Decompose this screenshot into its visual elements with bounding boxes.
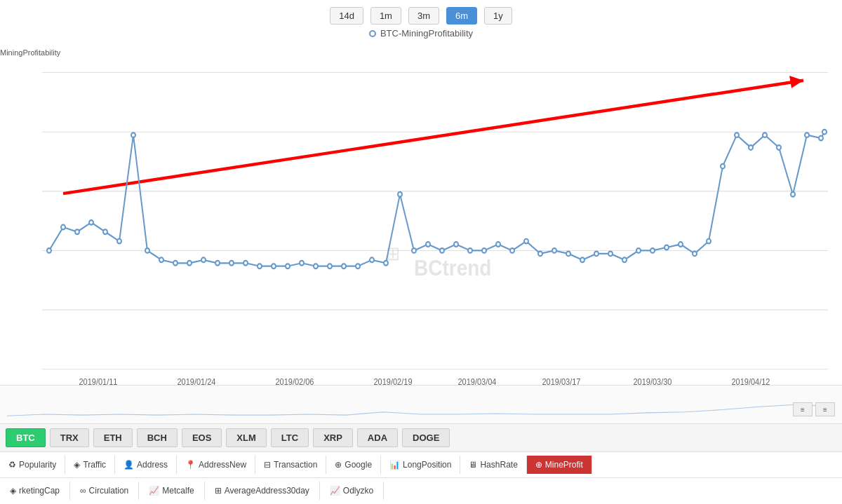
svg-point-25 <box>89 220 93 225</box>
coin-tab-btc[interactable]: BTC <box>6 428 46 447</box>
svg-point-31 <box>173 261 178 266</box>
time-btn-1y[interactable]: 1y <box>484 7 512 25</box>
coin-tab-bch[interactable]: BCH <box>137 428 178 447</box>
bottom-tab-odlyzko[interactable]: 📈 Odlyzko <box>320 482 384 500</box>
svg-point-53 <box>482 248 486 253</box>
time-btn-1m[interactable]: 1m <box>370 7 401 25</box>
svg-text:⊞: ⊞ <box>386 243 400 264</box>
marketingcap-icon: ◈ <box>10 486 16 496</box>
svg-point-42 <box>328 264 332 268</box>
svg-text:2019/03/30: 2019/03/30 <box>634 376 672 385</box>
odlyzko-label: Odlyzko <box>343 486 373 496</box>
svg-point-27 <box>117 239 121 244</box>
svg-point-74 <box>777 145 781 150</box>
svg-point-55 <box>510 248 514 253</box>
time-btn-14d[interactable]: 14d <box>330 7 363 25</box>
svg-point-51 <box>454 242 458 247</box>
svg-point-77 <box>819 136 823 141</box>
svg-text:2019/03/17: 2019/03/17 <box>542 376 581 385</box>
svg-text:2019/04/12: 2019/04/12 <box>732 376 770 385</box>
svg-point-43 <box>342 264 346 268</box>
svg-point-61 <box>594 252 599 257</box>
svg-point-66 <box>664 245 669 250</box>
svg-point-30 <box>159 257 163 262</box>
mineprofit-icon: ⊕ <box>535 460 542 470</box>
coin-tab-eos[interactable]: EOS <box>182 428 222 447</box>
bottom-tab-marketingcap[interactable]: ◈ rketingCap <box>0 482 70 500</box>
coin-tab-trx[interactable]: TRX <box>50 428 89 447</box>
odlyzko-icon: 📈 <box>330 486 340 496</box>
chart-legend: BTC-MiningProfitability <box>0 28 842 39</box>
marketingcap-label: rketingCap <box>19 486 60 496</box>
svg-point-54 <box>496 242 500 247</box>
svg-text:BCtrend: BCtrend <box>414 256 491 280</box>
traffic-label: Traffic <box>83 460 106 470</box>
time-btn-6m[interactable]: 6m <box>446 7 477 25</box>
legend-dot <box>369 30 376 37</box>
circulation-icon: ∞ <box>80 486 86 496</box>
mini-chart-icons: ≡ ≡ <box>793 402 835 416</box>
addressnew-label: AddressNew <box>199 460 246 470</box>
metcalfe-icon: 📈 <box>149 486 159 496</box>
coin-tab-ada[interactable]: ADA <box>357 428 398 447</box>
svg-point-68 <box>693 252 697 257</box>
mini-icon-2[interactable]: ≡ <box>815 402 835 416</box>
svg-point-39 <box>286 264 290 268</box>
svg-point-22 <box>47 248 51 253</box>
metric-tab-google[interactable]: ⊕ Google <box>326 456 381 474</box>
hashrate-icon: 🖥 <box>469 460 477 470</box>
svg-point-60 <box>580 257 584 262</box>
bottom-tab-metcalfe[interactable]: 📈 Metcalfe <box>139 482 204 500</box>
popularity-icon: ♻ <box>8 460 16 470</box>
google-icon: ⊕ <box>335 460 342 470</box>
svg-point-69 <box>707 239 711 244</box>
metric-tab-popularity[interactable]: ♻ Popularity <box>0 456 65 474</box>
chart-container: MiningProfitability 0.25 0.2 0.15 0.1 0.… <box>0 41 842 385</box>
svg-point-49 <box>426 242 430 247</box>
svg-point-71 <box>735 132 739 137</box>
longposition-label: LongPosition <box>403 460 451 470</box>
metric-tab-traffic[interactable]: ◈ Traffic <box>65 456 115 474</box>
svg-point-48 <box>412 248 416 253</box>
addressnew-icon: 📍 <box>185 460 196 470</box>
metric-tab-transaction[interactable]: ⊟ Transaction <box>255 456 326 474</box>
popularity-label: Popularity <box>19 460 56 470</box>
coin-tab-doge[interactable]: DOGE <box>402 428 450 447</box>
mini-chart: ≡ ≡ <box>0 385 842 423</box>
svg-text:2019/03/04: 2019/03/04 <box>458 376 497 385</box>
metric-tab-mineprofit[interactable]: ⊕ MineProfit <box>527 456 592 474</box>
svg-point-64 <box>636 248 641 253</box>
chart-svg-wrapper: 0.25 0.2 0.15 0.1 0.05 0 2019/01/11 2019… <box>42 41 828 385</box>
metric-tab-hashrate[interactable]: 🖥 HashRate <box>460 456 526 474</box>
metric-tab-longposition[interactable]: 📊 LongPosition <box>381 456 460 474</box>
coin-tab-ltc[interactable]: LTC <box>271 428 309 447</box>
mini-chart-svg <box>7 386 835 423</box>
svg-point-34 <box>215 261 220 266</box>
svg-point-36 <box>243 261 248 266</box>
metric-tabs: ♻ Popularity ◈ Traffic 👤 Address 📍 Addre… <box>0 451 842 477</box>
metric-tab-addressnew[interactable]: 📍 AddressNew <box>177 456 255 474</box>
averageaddress30day-label: AverageAddress30day <box>225 486 309 496</box>
svg-point-63 <box>622 257 627 262</box>
svg-point-75 <box>791 192 795 197</box>
svg-point-29 <box>145 248 149 253</box>
bottom-tab-averageaddress30day[interactable]: ⊞ AverageAddress30day <box>205 482 320 500</box>
longposition-icon: 📊 <box>389 460 400 470</box>
svg-point-59 <box>566 252 570 257</box>
coin-tab-xlm[interactable]: XLM <box>226 428 266 447</box>
svg-point-41 <box>314 264 318 268</box>
time-btn-3m[interactable]: 3m <box>408 7 439 25</box>
svg-point-56 <box>524 239 528 244</box>
coin-tab-eth[interactable]: ETH <box>93 428 133 447</box>
svg-point-23 <box>61 225 65 230</box>
coin-tab-xrp[interactable]: XRP <box>313 428 353 447</box>
svg-point-65 <box>650 248 655 253</box>
metric-tab-address[interactable]: 👤 Address <box>115 456 177 474</box>
svg-text:2019/02/06: 2019/02/06 <box>276 376 314 385</box>
bottom-tab-circulation[interactable]: ∞ Circulation <box>70 482 139 500</box>
mini-icon-1[interactable]: ≡ <box>793 402 813 416</box>
bottom-tabs: ◈ rketingCap ∞ Circulation 📈 Metcalfe ⊞ … <box>0 477 842 503</box>
google-label: Google <box>345 460 372 470</box>
svg-point-32 <box>187 261 192 266</box>
metcalfe-label: Metcalfe <box>162 486 194 496</box>
